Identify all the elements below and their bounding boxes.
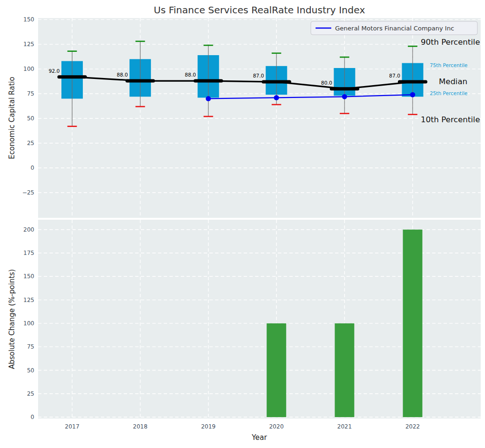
y-tick-label-bottom: 150 xyxy=(23,273,34,280)
legend-label: General Motors Financial Company Inc xyxy=(335,25,454,32)
x-tick-label: 2020 xyxy=(269,423,284,430)
y-tick-label-bottom: 125 xyxy=(23,297,34,303)
y-tick-label-bottom: 50 xyxy=(27,367,34,374)
annotation-25th-percentile: 25th Percentile xyxy=(430,90,467,96)
x-tick-label: 2022 xyxy=(406,423,420,430)
y-tick-label-top: 75 xyxy=(27,90,34,97)
x-tick-label: 2018 xyxy=(133,423,148,430)
x-tick-label: 2017 xyxy=(65,423,79,430)
median-marker-2020 xyxy=(262,80,291,84)
median-value-label-2019: 88.0 xyxy=(185,72,196,78)
median-value-label-2017: 92.0 xyxy=(49,68,59,74)
y-tick-label-bottom: 0 xyxy=(30,414,34,420)
annotation-90th-percentile: 90th Percentile xyxy=(421,38,480,47)
median-marker-2021 xyxy=(330,87,359,90)
company-point-2021 xyxy=(342,94,347,99)
median-value-label-2022: 87.0 xyxy=(389,73,400,78)
x-tick-label: 2021 xyxy=(337,423,352,430)
y-tick-label-top: 125 xyxy=(23,41,34,48)
legend: General Motors Financial Company Inc xyxy=(311,21,477,35)
y-axis-label-top: Economic Capital Ratio xyxy=(8,77,16,159)
y-tick-label-bottom: 75 xyxy=(27,343,34,350)
bar-2022 xyxy=(403,230,422,417)
company-point-2020 xyxy=(274,95,279,100)
annotation-10th-percentile: 10th Percentile xyxy=(421,115,480,124)
median-value-label-2018: 88.0 xyxy=(117,72,128,78)
y-tick-label-top: 150 xyxy=(23,16,34,23)
company-point-2019 xyxy=(206,96,211,101)
median-value-label-2020: 87.0 xyxy=(253,73,264,78)
y-tick-label-top: 25 xyxy=(27,140,34,146)
y-tick-label-top: 0 xyxy=(30,165,34,171)
figure: 92.088.088.087.080.087.0 150125100755025… xyxy=(0,0,485,448)
chart-title: Us Finance Services RealRate Industry In… xyxy=(154,4,365,16)
median-marker-2018 xyxy=(126,79,155,83)
x-tick-label: 2019 xyxy=(201,423,216,430)
median-value-label-2021: 80.0 xyxy=(321,80,332,86)
median-marker-2017 xyxy=(58,75,87,78)
median-marker-2022 xyxy=(398,80,427,84)
top-axes-background xyxy=(38,18,481,218)
x-axis-label: Year xyxy=(251,433,267,442)
y-tick-label-top: −25 xyxy=(22,189,34,196)
chart-canvas: 92.088.088.087.080.087.0 150125100755025… xyxy=(0,0,485,448)
annotation-75th-percentile: 75th Percentile xyxy=(430,62,467,68)
annotation-median: Median xyxy=(439,77,467,86)
bar-2020 xyxy=(267,323,286,417)
y-axis-label-bottom: Absolute Change (%-points) xyxy=(8,269,16,369)
y-tick-label-bottom: 200 xyxy=(23,226,34,233)
y-tick-label-top: 50 xyxy=(27,115,34,122)
y-tick-label-bottom: 175 xyxy=(23,250,34,256)
y-tick-label-top: 100 xyxy=(23,66,34,72)
bar-2021 xyxy=(335,323,354,417)
y-tick-label-bottom: 25 xyxy=(27,390,34,397)
y-tick-label-bottom: 100 xyxy=(23,320,34,327)
median-marker-2019 xyxy=(194,79,223,83)
company-point-2022 xyxy=(410,92,416,97)
